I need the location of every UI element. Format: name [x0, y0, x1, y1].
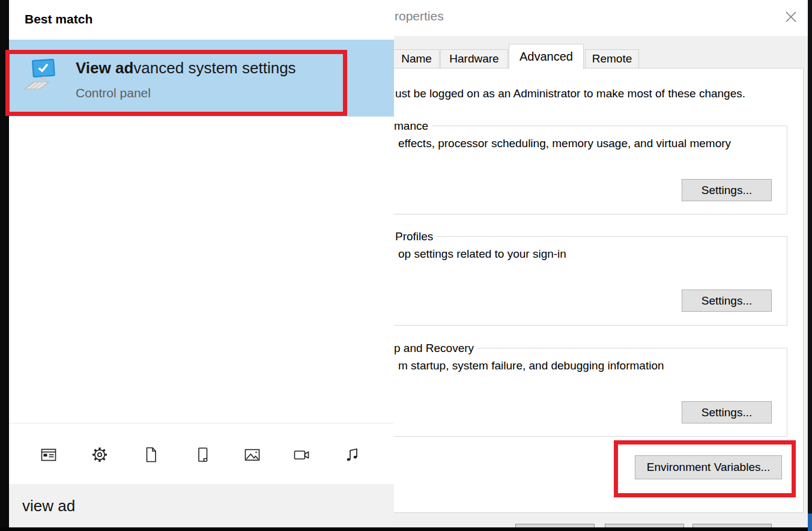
- close-button[interactable]: [781, 7, 801, 26]
- tab-hardware[interactable]: Hardware: [440, 49, 508, 68]
- result-title-highlight: View ad: [76, 59, 133, 77]
- performance-group: mance effects, processor scheduling, mem…: [394, 126, 787, 214]
- startup-recovery-group: p and Recovery m startup, system failure…: [394, 348, 787, 437]
- startup-recovery-settings-button[interactable]: Settings...: [682, 401, 772, 423]
- search-input[interactable]: [22, 484, 383, 527]
- document-icon: [142, 446, 160, 464]
- filter-settings-button[interactable]: [90, 445, 109, 464]
- settings-gear-icon: [91, 446, 109, 464]
- desktop-edge-right: [808, 0, 812, 531]
- search-filter-bar: [9, 423, 394, 484]
- user-profiles-description: op settings related to your sign-in: [398, 247, 566, 261]
- admin-note-text: ust be logged on as an Administrator to …: [395, 87, 745, 100]
- result-subtitle: Control panel: [76, 86, 151, 100]
- tab-advanced[interactable]: Advanced: [509, 44, 584, 69]
- best-match-header: Best match: [25, 12, 92, 26]
- dialog-titlebar[interactable]: roperties: [394, 0, 808, 36]
- filter-videos-button[interactable]: [292, 445, 311, 464]
- user-profiles-settings-button[interactable]: Settings...: [682, 290, 772, 312]
- photo-icon: [243, 446, 261, 464]
- tab-computer-name[interactable]: Name: [394, 49, 440, 68]
- user-profiles-group-label: Profiles: [395, 230, 437, 243]
- close-icon: [783, 9, 799, 25]
- filter-photos-button[interactable]: [243, 445, 262, 464]
- search-flyout: Best match View advanced system settings…: [9, 0, 394, 527]
- apps-icon: [40, 446, 58, 464]
- tab-remote[interactable]: Remote: [585, 49, 639, 68]
- dialog-title: roperties: [395, 9, 444, 23]
- screen: roperties Name Hardware Advanced Remote …: [0, 0, 812, 531]
- system-monitor-check-icon: [23, 59, 56, 96]
- search-box[interactable]: [9, 484, 394, 527]
- performance-group-label: mance: [394, 120, 432, 133]
- filter-documents-button[interactable]: [141, 445, 160, 464]
- startup-recovery-description: m startup, system failure, and debugging…: [398, 359, 664, 372]
- best-match-result[interactable]: View advanced system settings Control pa…: [9, 40, 394, 117]
- taskbar-corner: [808, 514, 812, 531]
- tab-label: Hardware: [449, 52, 498, 65]
- tab-label: Remote: [592, 52, 632, 65]
- filter-music-button[interactable]: [342, 445, 362, 464]
- tab-page-advanced: ust be logged on as an Administrator to …: [394, 68, 804, 513]
- result-title: View advanced system settings: [76, 59, 296, 77]
- result-title-rest: vanced system settings: [133, 59, 295, 77]
- tab-label: Name: [401, 52, 432, 65]
- filter-apps-button[interactable]: [39, 445, 58, 464]
- system-properties-dialog: roperties Name Hardware Advanced Remote …: [394, 0, 808, 529]
- filter-folders-button[interactable]: [193, 445, 212, 464]
- music-notes-icon: [343, 446, 361, 464]
- performance-settings-button[interactable]: Settings...: [682, 179, 772, 201]
- tab-label: Advanced: [520, 50, 573, 64]
- desktop-edge-bottom: [0, 527, 808, 531]
- startup-recovery-group-label: p and Recovery: [394, 342, 477, 355]
- folder-icon: [193, 446, 211, 464]
- performance-description: effects, processor scheduling, memory us…: [398, 137, 731, 150]
- environment-variables-button[interactable]: Environment Variables...: [635, 455, 782, 479]
- user-profiles-group: Profiles op settings related to your sig…: [394, 236, 787, 326]
- video-camera-icon: [292, 446, 311, 464]
